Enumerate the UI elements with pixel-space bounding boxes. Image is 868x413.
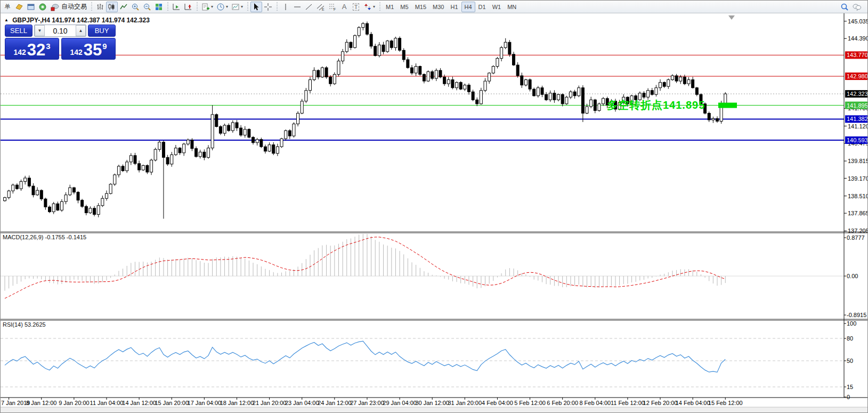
candlestick-chart-button[interactable] — [106, 2, 118, 12]
text-label-tool-button[interactable]: T — [350, 2, 362, 12]
order-tag-icon-button[interactable] — [13, 2, 25, 12]
volume-increase-button[interactable]: ▲ — [76, 25, 86, 36]
mt4-window: 单 自动交易 — [0, 0, 868, 413]
timeframe-button-mn[interactable]: MN — [504, 2, 520, 12]
indicators-button[interactable]: ▾ — [200, 2, 215, 12]
candle — [524, 80, 527, 85]
candle — [309, 80, 312, 91]
sell-price-display[interactable]: 142 32 3 — [5, 38, 59, 60]
candle — [288, 131, 291, 136]
candle — [439, 70, 442, 77]
toolbar-grip[interactable] — [90, 2, 93, 12]
time-tick-label: 6 Feb 20:00 — [547, 400, 578, 406]
candle — [44, 199, 47, 207]
timeframe-button-m1[interactable]: M1 — [383, 2, 397, 12]
candle — [272, 145, 275, 153]
timeframe-button-m15[interactable]: M15 — [412, 2, 429, 12]
candle — [7, 191, 10, 198]
toolbar-grip[interactable] — [166, 2, 169, 12]
bar-chart-button[interactable] — [94, 2, 106, 12]
arrows-tool-button[interactable]: ▾ — [362, 2, 377, 12]
trendline-tool-button[interactable] — [303, 2, 315, 12]
autotrading-label: 自动交易 — [61, 2, 87, 11]
buy-price-display[interactable]: 142 35 9 — [61, 38, 116, 60]
price-tick-label: 137.865 — [848, 210, 868, 216]
search-icon — [840, 3, 849, 11]
time-tick-label: 18 Jan 12:00 — [220, 400, 254, 406]
candle — [447, 80, 450, 84]
autotrading-button[interactable]: 自动交易 — [48, 2, 88, 12]
time-tick-label: 9 Jan 20:00 — [59, 400, 90, 406]
candle — [467, 85, 470, 92]
signals-icon — [38, 3, 47, 11]
candle — [219, 127, 222, 134]
horizontal-line-icon — [293, 3, 302, 11]
chart-shift-marker[interactable] — [728, 15, 735, 20]
crosshair-tool-button[interactable] — [262, 2, 274, 12]
volume-spinner: ▼ 0.10 ▲ — [34, 25, 86, 37]
candle — [48, 207, 51, 212]
candle — [399, 38, 401, 51]
vertical-line-tool-button[interactable] — [280, 2, 291, 12]
timeframe-button-m5[interactable]: M5 — [397, 2, 411, 12]
buy-button[interactable]: BUY — [88, 25, 116, 37]
new-order-button[interactable]: 单 — [2, 2, 13, 12]
dropdown-arrow-icon: ▾ — [211, 4, 213, 9]
symbol-ohlc: 141.974 142.387 141.974 142.323 — [52, 17, 150, 24]
candle — [687, 80, 690, 84]
candle — [435, 70, 437, 78]
timeframe-button-w1[interactable]: W1 — [489, 2, 505, 12]
svg-text:E: E — [322, 7, 325, 11]
zoom-in-button[interactable] — [129, 2, 141, 12]
candle — [663, 83, 666, 87]
toolbar-grip[interactable] — [195, 2, 199, 12]
macd-histogram — [5, 234, 725, 291]
channel-tool-button[interactable]: E — [315, 2, 327, 12]
candle — [52, 204, 55, 212]
candle — [342, 52, 344, 61]
periods-button[interactable]: ▾ — [215, 2, 230, 12]
candle — [508, 42, 511, 54]
buy-price-main: 35 — [84, 43, 102, 58]
candle — [317, 70, 320, 77]
chart-shift-button[interactable] — [182, 2, 194, 12]
line-chart-icon — [119, 3, 128, 11]
clock-icon — [216, 3, 225, 11]
green-level-marker[interactable] — [718, 103, 737, 108]
signals-button[interactable] — [37, 2, 48, 12]
timeframe-button-h4[interactable]: H4 — [461, 2, 475, 12]
volume-value[interactable]: 0.10 — [45, 25, 76, 36]
candle — [370, 34, 372, 46]
candle — [602, 99, 605, 104]
rsi-tick-label: 100 — [847, 320, 856, 327]
zoom-out-button[interactable] — [141, 2, 153, 12]
tile-windows-button[interactable] — [153, 2, 165, 12]
chat-button[interactable] — [850, 2, 863, 12]
market-watch-button[interactable] — [25, 2, 37, 12]
auto-scroll-button[interactable] — [171, 2, 182, 12]
rsi-tick-label: 15 — [847, 384, 853, 390]
dropdown-arrow-icon: ▾ — [226, 4, 228, 9]
toolbar-grip[interactable] — [275, 2, 279, 12]
timeframe-button-d1[interactable]: D1 — [475, 2, 489, 12]
cursor-tool-button[interactable] — [250, 2, 262, 12]
candle — [301, 101, 303, 114]
text-tool-button[interactable]: A — [338, 2, 350, 12]
candle — [573, 92, 576, 96]
search-button[interactable] — [839, 2, 850, 12]
horizontal-line-tool-button[interactable] — [291, 2, 303, 12]
candle — [28, 178, 30, 186]
volume-decrease-button[interactable]: ▼ — [35, 25, 45, 36]
toolbar-grip[interactable] — [246, 2, 249, 12]
toolbar-grip[interactable] — [378, 2, 382, 12]
timeframe-button-m30[interactable]: M30 — [429, 2, 447, 12]
timeframe-button-h1[interactable]: H1 — [447, 2, 461, 12]
time-tick-label: 23 Jan 04:00 — [285, 400, 319, 406]
line-chart-button[interactable] — [118, 2, 129, 12]
pivot-annotation-text[interactable]: 多空转折点141.895 — [607, 98, 705, 112]
templates-button[interactable]: ▾ — [230, 2, 245, 12]
fibonacci-tool-button[interactable]: F — [327, 2, 338, 12]
sell-button[interactable]: SELL — [5, 25, 33, 37]
candle — [305, 91, 307, 101]
time-tick-label: 24 Jan 12:00 — [318, 400, 352, 406]
